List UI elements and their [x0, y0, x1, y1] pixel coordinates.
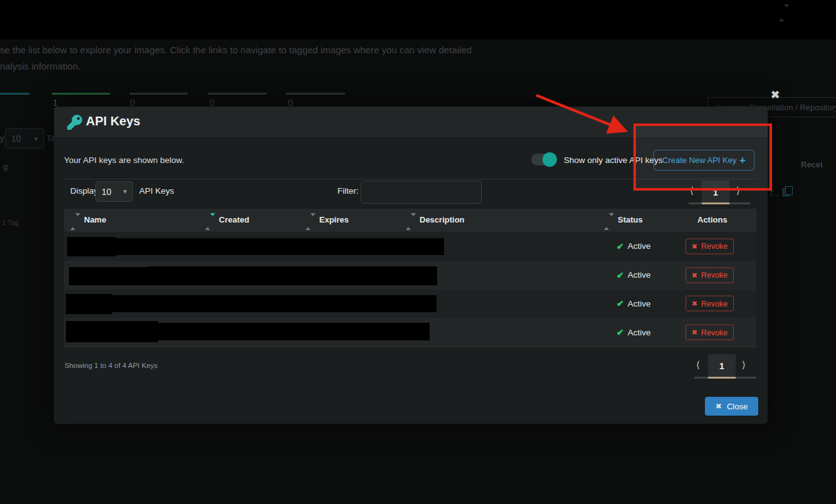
x-icon: ✖ — [692, 242, 697, 250]
pagination-next-bottom[interactable]: ⟩ — [742, 359, 746, 370]
column-header-actions: Actions — [697, 215, 728, 224]
x-icon: ✖ — [692, 300, 697, 308]
pagination-active-top — [702, 202, 729, 204]
bg-received-header: Recei — [801, 160, 823, 169]
sort-icon-status[interactable] — [604, 216, 610, 228]
x-icon: ✖ — [692, 328, 697, 337]
status-label: Active — [628, 328, 651, 337]
table-row: ✔ Active ✖ Revoke — [64, 318, 756, 347]
revoke-label: Revoke — [701, 242, 728, 251]
x-icon: ✖ — [692, 271, 697, 279]
status-badge: ✔ Active — [616, 241, 651, 251]
api-keys-modal: API Keys Your API keys are shown below. … — [54, 107, 768, 424]
filter-input[interactable] — [361, 181, 482, 204]
close-icon[interactable]: ✖ — [771, 88, 780, 102]
redacted-details — [149, 266, 437, 285]
status-label: Active — [628, 241, 651, 251]
close-label: Close — [727, 402, 748, 411]
redacted-name — [66, 294, 112, 314]
sort-icon-created[interactable] — [205, 216, 211, 228]
redacted-details — [116, 238, 444, 255]
pagination-page-bottom[interactable]: 1 — [708, 354, 736, 377]
bg-tag-count: 1 Tag — [2, 219, 19, 226]
redacted-details — [112, 295, 437, 312]
bg-display-fragment: y — [0, 134, 4, 143]
redacted-details — [158, 323, 430, 340]
display-label: Display — [70, 186, 98, 196]
pagination-active-bottom — [708, 377, 736, 379]
stat-bar-teal — [0, 93, 29, 95]
sort-icon-expires[interactable] — [305, 216, 311, 228]
plus-icon: + — [739, 154, 746, 167]
bg-column-fragment: g — [3, 162, 8, 171]
bg-intro-line1: se the list below to explore your images… — [0, 45, 472, 55]
table-row: ✔ Active ✖ Revoke — [64, 232, 756, 261]
revoke-label: Revoke — [701, 271, 728, 280]
controls-divider — [64, 179, 756, 179]
bg-digest-link[interactable]: 7... — [769, 189, 780, 198]
bg-sort-icon — [779, 8, 785, 19]
revoke-label: Revoke — [701, 328, 728, 337]
revoke-button[interactable]: ✖ Revoke — [685, 296, 734, 312]
table-header: Name Created Expires Description Status … — [64, 209, 756, 232]
stat-bar-gray-1 — [130, 93, 188, 95]
key-icon — [67, 115, 82, 130]
redacted-name — [69, 267, 149, 285]
create-new-api-key-button[interactable]: Create New API Key + — [653, 150, 754, 171]
display-suffix-label: API Keys — [139, 186, 174, 196]
sort-icon-description[interactable] — [406, 216, 411, 228]
stat-bar-gray-3 — [286, 93, 345, 95]
bg-intro-line2: nalysis information. — [0, 61, 80, 71]
status-label: Active — [628, 299, 651, 308]
table-bottom-border — [64, 347, 756, 347]
revoke-button[interactable]: ✖ Revoke — [685, 238, 734, 254]
redacted-name — [67, 237, 116, 256]
chevron-down-icon: ▾ — [123, 187, 127, 196]
results-summary: Showing 1 to 4 of 4 API Keys — [65, 362, 157, 369]
check-icon: ✔ — [616, 327, 624, 337]
status-badge: ✔ Active — [616, 298, 651, 308]
column-header-name[interactable]: Name — [84, 215, 106, 224]
active-keys-toggle-knob[interactable] — [542, 152, 557, 167]
revoke-label: Revoke — [701, 299, 728, 308]
filter-label: Filter: — [337, 186, 359, 196]
page-length-select[interactable]: 10 ▾ — [95, 181, 133, 202]
column-header-created[interactable]: Created — [219, 215, 249, 224]
x-icon: ✖ — [716, 402, 722, 411]
modal-intro-text: Your API keys are shown below. — [64, 155, 184, 165]
create-new-api-key-label: Create New API Key — [662, 155, 737, 165]
check-icon: ✔ — [616, 298, 624, 308]
active-keys-toggle-label: Show only active API keys — [564, 155, 663, 165]
close-button[interactable]: ✖ Close — [705, 397, 758, 416]
modal-title: API Keys — [86, 114, 140, 129]
redacted-name — [66, 321, 158, 342]
bg-page-size-value: 10 — [11, 134, 21, 144]
sort-icon-name[interactable] — [70, 216, 76, 228]
revoke-button[interactable]: ✖ Revoke — [685, 267, 734, 283]
check-icon: ✔ — [616, 241, 624, 251]
bg-page-size-select[interactable]: 10 ▾ — [5, 129, 44, 149]
table-body: ✔ Active ✖ Revoke ✔ Active ✖ Revoke — [64, 232, 756, 347]
column-header-expires[interactable]: Expires — [319, 215, 349, 224]
stat-bar-gray-2 — [208, 93, 267, 95]
column-header-status[interactable]: Status — [618, 215, 643, 224]
table-row: ✔ Active ✖ Revoke — [64, 290, 756, 318]
status-badge: ✔ Active — [616, 270, 651, 280]
page-length-value: 10 — [102, 187, 112, 197]
pagination-prev-top[interactable]: ⟨ — [690, 185, 694, 196]
copy-icon[interactable] — [783, 188, 790, 196]
pagination-next-top[interactable]: ⟩ — [736, 185, 740, 196]
modal-header: API Keys — [54, 107, 768, 138]
revoke-button[interactable]: ✖ Revoke — [685, 325, 734, 340]
status-badge: ✔ Active — [616, 327, 651, 337]
pagination-prev-bottom[interactable]: ⟨ — [696, 359, 700, 370]
chevron-down-icon: ▾ — [34, 135, 38, 143]
table-row: ✔ Active ✖ Revoke — [64, 261, 756, 290]
check-icon: ✔ — [616, 270, 624, 280]
top-black-strip — [0, 0, 836, 39]
pagination-page-top[interactable]: 1 — [702, 181, 729, 204]
status-label: Active — [628, 270, 651, 280]
column-header-description[interactable]: Description — [420, 215, 465, 224]
footer-divider — [54, 389, 768, 389]
stat-bar-green — [52, 93, 110, 95]
